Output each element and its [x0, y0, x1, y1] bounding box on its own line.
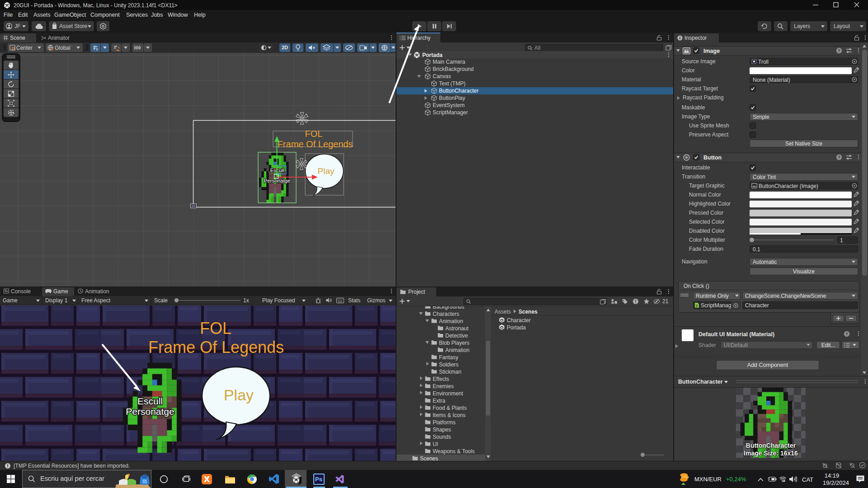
svg-text:Y: Y: [96, 48, 98, 51]
svg-text:Escull: Escull: [137, 396, 163, 406]
svg-text:Personatge: Personatge: [264, 178, 291, 183]
svg-text:Play: Play: [224, 386, 254, 404]
svg-text:Play: Play: [318, 166, 335, 176]
svg-text:?: ?: [845, 331, 848, 336]
svg-text:Personatge: Personatge: [126, 406, 174, 417]
svg-text:Frame Of Legends: Frame Of Legends: [278, 139, 353, 149]
svg-text:Frame Of Legends: Frame Of Legends: [148, 338, 284, 357]
svg-text:?: ?: [838, 48, 840, 53]
svg-text:FOL: FOL: [305, 129, 323, 139]
svg-text:FOL: FOL: [200, 319, 231, 338]
svg-text:?: ?: [838, 155, 840, 160]
